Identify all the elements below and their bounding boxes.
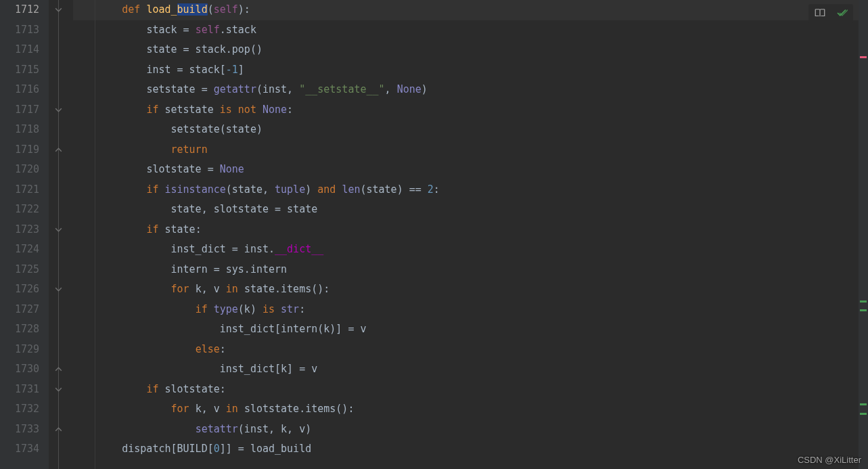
code-line[interactable]: state, slotstate = state — [73, 200, 868, 220]
line-number: 1727 — [0, 300, 39, 320]
fold-guideline — [58, 0, 59, 469]
line-number: 1712 — [0, 0, 39, 20]
line-number: 1721 — [0, 180, 39, 200]
line-number: 1733 — [0, 420, 39, 440]
code-line[interactable]: intern = sys.intern — [73, 260, 868, 280]
fold-collapse-icon[interactable] — [54, 285, 63, 294]
code-line[interactable]: return — [73, 140, 868, 160]
watermark-text: CSDN @XiLitter — [798, 455, 861, 465]
stripe-marker[interactable] — [860, 403, 867, 405]
line-number: 1734 — [0, 439, 39, 460]
line-number: 1718 — [0, 120, 39, 140]
stripe-marker[interactable] — [860, 300, 867, 303]
fold-collapse-icon[interactable] — [54, 5, 63, 14]
line-number: 1720 — [0, 160, 39, 180]
line-number-gutter: 1712171317141715171617171718171917201721… — [0, 0, 49, 469]
line-number: 1728 — [0, 319, 39, 340]
line-number: 1731 — [0, 380, 39, 400]
line-number: 1729 — [0, 340, 39, 360]
code-line[interactable]: stack = self.stack — [73, 20, 868, 41]
code-line[interactable]: inst_dict[k] = v — [73, 359, 868, 380]
code-line[interactable]: if type(k) is str: — [73, 300, 868, 320]
code-line[interactable]: if setstate is not None: — [73, 100, 868, 120]
fold-collapse-icon[interactable] — [54, 385, 63, 394]
code-line[interactable]: else: — [73, 340, 868, 360]
stripe-marker[interactable] — [860, 309, 867, 311]
line-number: 1724 — [0, 240, 39, 260]
line-number: 1714 — [0, 40, 39, 60]
code-line[interactable]: if isinstance(state, tuple) and len(stat… — [73, 180, 868, 200]
error-stripe[interactable] — [859, 0, 868, 469]
code-line[interactable]: slotstate = None — [73, 160, 868, 180]
reader-mode-icon[interactable] — [814, 7, 826, 22]
line-number: 1726 — [0, 280, 39, 300]
code-line[interactable]: if slotstate: — [73, 380, 868, 400]
stripe-marker[interactable] — [860, 413, 867, 415]
line-number: 1730 — [0, 359, 39, 380]
code-line[interactable]: state = stack.pop() — [73, 40, 868, 60]
fold-collapse-icon[interactable] — [54, 225, 63, 234]
code-area[interactable]: def load_build(self): stack = self.stack… — [69, 0, 868, 469]
fold-expand-icon[interactable] — [54, 425, 63, 434]
line-number: 1719 — [0, 140, 39, 160]
code-line[interactable]: inst_dict = inst.__dict__ — [73, 240, 868, 260]
code-line[interactable]: def load_build(self): — [73, 0, 868, 20]
line-number: 1716 — [0, 80, 39, 100]
code-line[interactable]: for k, v in state.items(): — [73, 280, 868, 300]
code-line[interactable]: inst_dict[intern(k)] = v — [73, 319, 868, 340]
line-number: 1723 — [0, 220, 39, 240]
line-number: 1732 — [0, 399, 39, 420]
code-editor[interactable]: 1712171317141715171617171718171917201721… — [0, 0, 868, 469]
line-number: 1725 — [0, 260, 39, 280]
fold-collapse-icon[interactable] — [54, 106, 63, 114]
editor-inspection-widgets — [808, 4, 853, 24]
fold-expand-icon[interactable] — [54, 365, 63, 374]
line-number: 1722 — [0, 200, 39, 220]
line-number: 1715 — [0, 60, 39, 81]
stripe-marker[interactable] — [860, 56, 867, 58]
code-line[interactable]: inst = stack[-1] — [73, 60, 868, 81]
code-line[interactable]: if state: — [73, 220, 868, 240]
code-line[interactable]: dispatch[BUILD[0]] = load_build — [73, 439, 868, 460]
code-line[interactable]: setattr(inst, k, v) — [73, 420, 868, 440]
code-line[interactable]: for k, v in slotstate.items(): — [73, 399, 868, 420]
code-line[interactable]: setstate = getattr(inst, "__setstate__",… — [73, 80, 868, 100]
fold-expand-icon[interactable] — [54, 146, 63, 154]
inspection-ok-icon[interactable] — [836, 7, 848, 22]
line-number: 1717 — [0, 100, 39, 120]
indent-guide — [95, 0, 95, 469]
line-number: 1713 — [0, 20, 39, 41]
code-line[interactable]: setstate(state) — [73, 120, 868, 140]
fold-column[interactable] — [49, 0, 69, 469]
